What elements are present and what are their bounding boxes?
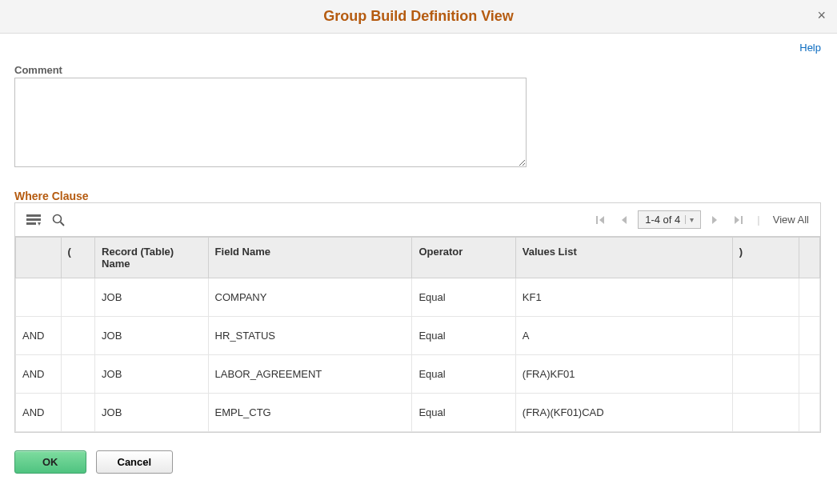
where-clause-title: Where Clause	[14, 190, 823, 202]
col-open-paren: (	[61, 238, 94, 278]
first-page-icon[interactable]	[591, 215, 611, 225]
cell-operator: Equal	[412, 355, 515, 394]
cell-field: LABOR_AGREEMENT	[208, 355, 412, 394]
criteria-table: ( Record (Table) Name Field Name Operato…	[15, 237, 820, 432]
col-values: Values List	[515, 238, 732, 278]
toolbar-divider: |	[752, 214, 764, 226]
cell-record: JOB	[95, 278, 209, 317]
cell-operator: Equal	[412, 394, 515, 432]
svg-rect-0	[26, 214, 41, 217]
ok-button[interactable]: OK	[14, 450, 86, 474]
table-row: AND JOB HR_STATUS Equal A	[16, 317, 820, 355]
page-title: Group Build Definition View	[323, 8, 514, 25]
cell-andor: AND	[16, 317, 62, 355]
table-row: AND JOB EMPL_CTG Equal (FRA)(KF01)CAD	[16, 394, 820, 432]
button-row: OK Cancel	[14, 450, 823, 474]
cell-field: HR_STATUS	[208, 317, 412, 355]
comment-label: Comment	[14, 64, 823, 76]
prev-page-icon[interactable]	[615, 215, 633, 225]
table-row: AND JOB LABOR_AGREEMENT Equal (FRA)KF01	[16, 355, 820, 394]
grid-actions-icon[interactable]	[26, 214, 41, 226]
cell-values: (FRA)(KF01)CAD	[515, 394, 732, 432]
cell-close	[732, 278, 799, 317]
col-andor	[16, 238, 62, 278]
last-page-icon[interactable]	[728, 215, 747, 225]
col-record: Record (Table) Name	[95, 238, 209, 278]
content-area: Help Comment Where Clause	[0, 34, 837, 490]
cell-field: EMPL_CTG	[208, 394, 412, 432]
cell-close	[732, 355, 799, 394]
col-last	[799, 238, 819, 278]
search-icon[interactable]	[52, 214, 65, 226]
table-row: JOB COMPANY Equal KF1	[16, 278, 820, 317]
cell-operator: Equal	[412, 317, 515, 355]
cell-open	[61, 355, 94, 394]
svg-rect-2	[26, 222, 36, 225]
cell-record: JOB	[95, 355, 209, 394]
svg-rect-1	[26, 218, 41, 221]
col-operator: Operator	[412, 238, 515, 278]
col-close-paren: )	[732, 238, 799, 278]
cell-close	[732, 317, 799, 355]
cell-record: JOB	[95, 317, 209, 355]
row-range-label: 1-4 of 4	[645, 214, 680, 226]
cell-last	[799, 317, 819, 355]
cell-open	[61, 394, 94, 432]
cell-close	[732, 394, 799, 432]
comment-textarea[interactable]	[14, 78, 527, 167]
cell-andor: AND	[16, 355, 62, 394]
svg-rect-6	[741, 216, 743, 224]
cell-operator: Equal	[412, 278, 515, 317]
cell-record: JOB	[95, 394, 209, 432]
cell-andor	[16, 278, 62, 317]
chevron-down-icon: ▾	[685, 215, 694, 224]
grid-toolbar: 1-4 of 4 ▾ | View All	[15, 203, 820, 237]
cell-values: KF1	[515, 278, 732, 317]
cell-field: COMPANY	[208, 278, 412, 317]
cell-values: (FRA)KF01	[515, 355, 732, 394]
view-all-link[interactable]: View All	[770, 214, 809, 226]
cell-andor: AND	[16, 394, 62, 432]
cancel-button[interactable]: Cancel	[96, 450, 174, 474]
cell-last	[799, 355, 819, 394]
cell-open	[61, 278, 94, 317]
svg-rect-5	[596, 216, 598, 224]
cell-last	[799, 394, 819, 432]
svg-line-4	[61, 222, 65, 226]
col-field: Field Name	[208, 238, 412, 278]
cell-last	[799, 278, 819, 317]
modal-header: Group Build Definition View ×	[0, 0, 837, 34]
close-icon[interactable]: ×	[817, 8, 826, 22]
cell-values: A	[515, 317, 732, 355]
row-range-select[interactable]: 1-4 of 4 ▾	[638, 210, 701, 229]
help-link[interactable]: Help	[799, 42, 821, 54]
where-clause-grid: 1-4 of 4 ▾ | View All ( Record (Table) N…	[14, 202, 821, 433]
cell-open	[61, 317, 94, 355]
svg-point-3	[54, 214, 62, 222]
next-page-icon[interactable]	[706, 215, 723, 225]
